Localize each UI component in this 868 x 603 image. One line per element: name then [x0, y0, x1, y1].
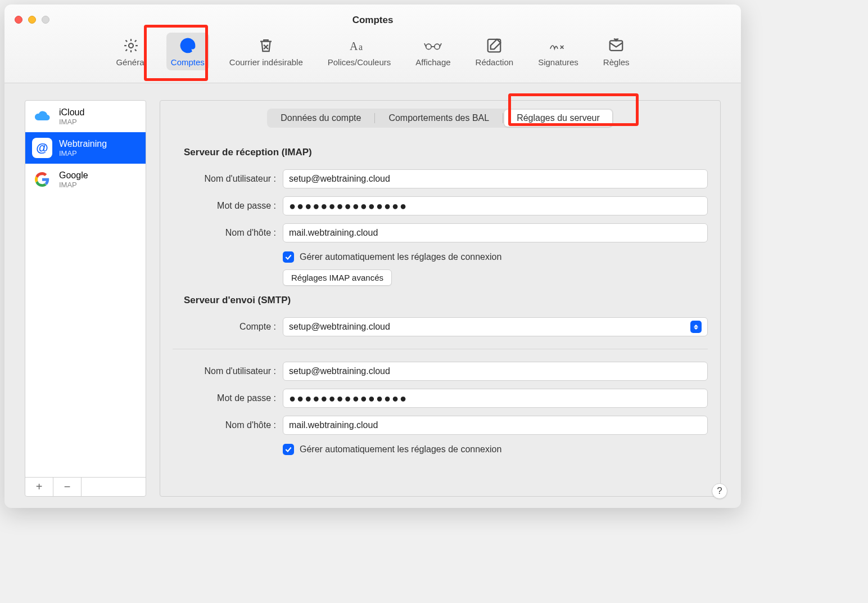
outgoing-auto-manage-row[interactable]: Gérer automatiquement les réglages de co… — [283, 444, 708, 455]
select-arrows-icon — [690, 321, 702, 333]
at-sign-icon: @ — [32, 138, 52, 158]
outgoing-account-row: Compte : setup@webtraining.cloud — [173, 317, 708, 336]
incoming-auto-manage-row[interactable]: Gérer automatiquement les réglages de co… — [283, 251, 708, 263]
help-button[interactable]: ? — [712, 483, 727, 499]
outgoing-password-row: Mot de passe : ●●●●●●●●●●●●●●● — [173, 389, 708, 408]
toolbar-item-label: Polices/Couleurs — [328, 57, 391, 67]
toolbar-item-rules[interactable]: Règles — [599, 33, 634, 70]
at-sign-icon — [178, 36, 197, 55]
add-account-button[interactable]: + — [25, 478, 53, 496]
svg-text:A: A — [350, 40, 358, 52]
outgoing-account-label: Compte : — [173, 322, 276, 332]
compose-icon — [485, 36, 504, 55]
outgoing-username-label: Nom d'utilisateur : — [173, 366, 276, 376]
account-name: Google — [59, 170, 88, 181]
outgoing-account-value: setup@webtraining.cloud — [289, 322, 390, 332]
account-protocol: IMAP — [59, 181, 88, 189]
svg-point-0 — [129, 43, 133, 48]
tab-server-settings[interactable]: Réglages du serveur — [504, 110, 612, 127]
toolbar-item-accounts[interactable]: Comptes — [166, 33, 209, 70]
incoming-section-title: Serveur de réception (IMAP) — [184, 147, 708, 158]
main-panel: Données du compte Comportements des BAL … — [160, 100, 721, 497]
advanced-imap-button[interactable]: Réglages IMAP avancés — [283, 269, 392, 286]
outgoing-host-row: Nom d'hôte : mail.webtraining.cloud — [173, 416, 708, 435]
toolbar-item-label: Général — [116, 57, 146, 67]
checkbox-checked-icon — [283, 251, 294, 263]
signature-icon — [549, 36, 568, 55]
outgoing-account-select[interactable]: setup@webtraining.cloud — [283, 317, 708, 336]
outgoing-auto-manage-label: Gérer automatiquement les réglages de co… — [300, 444, 501, 454]
font-icon: Aa — [350, 36, 369, 55]
outgoing-section-title: Serveur d'envoi (SMTP) — [184, 295, 708, 306]
incoming-username-label: Nom d'utilisateur : — [173, 174, 276, 184]
outgoing-password-label: Mot de passe : — [173, 393, 276, 403]
titlebar: Comptes Général Comptes Courrier indésir… — [4, 4, 741, 83]
toolbar-item-label: Comptes — [171, 57, 205, 67]
content-area: iCloud IMAP @ Webtraining IMAP Google IM… — [25, 100, 721, 497]
incoming-host-row: Nom d'hôte : mail.webtraining.cloud — [173, 223, 708, 242]
icloud-icon — [32, 106, 52, 127]
account-protocol: IMAP — [59, 149, 107, 158]
toolbar-item-label: Règles — [603, 57, 630, 67]
toolbar-item-general[interactable]: Général — [111, 33, 150, 70]
toolbar: Général Comptes Courrier indésirable Aa … — [4, 33, 741, 70]
outgoing-password-input[interactable]: ●●●●●●●●●●●●●●● — [283, 389, 708, 408]
gear-icon — [121, 36, 141, 55]
svg-rect-9 — [610, 40, 623, 51]
account-name: Webtraining — [59, 139, 107, 149]
incoming-password-label: Mot de passe : — [173, 201, 276, 211]
glasses-icon — [423, 36, 442, 55]
toolbar-item-signatures[interactable]: Signatures — [534, 33, 583, 70]
incoming-host-label: Nom d'hôte : — [173, 228, 276, 238]
remove-account-button[interactable]: − — [53, 478, 82, 496]
toolbar-item-fonts[interactable]: Aa Polices/Couleurs — [323, 33, 396, 70]
outgoing-host-input[interactable]: mail.webtraining.cloud — [283, 416, 708, 435]
toolbar-item-composing[interactable]: Rédaction — [471, 33, 518, 70]
account-tabs: Données du compte Comportements des BAL … — [267, 109, 613, 128]
window-title: Comptes — [4, 15, 741, 26]
sidebar-item-google[interactable]: Google IMAP — [25, 164, 146, 195]
svg-point-6 — [426, 44, 431, 49]
tab-mailbox-behaviors[interactable]: Comportements des BAL — [376, 110, 501, 127]
preferences-window: Comptes Général Comptes Courrier indésir… — [4, 4, 741, 508]
outgoing-host-label: Nom d'hôte : — [173, 420, 276, 430]
incoming-auto-manage-label: Gérer automatiquement les réglages de co… — [300, 252, 501, 262]
tab-account-info[interactable]: Données du compte — [268, 110, 373, 127]
svg-point-7 — [435, 44, 440, 49]
rules-icon — [607, 36, 626, 55]
toolbar-item-label: Affichage — [415, 57, 450, 67]
account-name: iCloud — [59, 107, 84, 118]
outgoing-username-row: Nom d'utilisateur : setup@webtraining.cl… — [173, 362, 708, 381]
trash-icon — [256, 36, 275, 55]
incoming-password-row: Mot de passe : ●●●●●●●●●●●●●●● — [173, 196, 708, 215]
toolbar-item-label: Rédaction — [476, 57, 514, 67]
svg-text:a: a — [359, 42, 363, 52]
accounts-sidebar: iCloud IMAP @ Webtraining IMAP Google IM… — [25, 100, 146, 497]
incoming-host-input[interactable]: mail.webtraining.cloud — [283, 223, 708, 242]
checkbox-checked-icon — [283, 444, 294, 455]
outgoing-username-input[interactable]: setup@webtraining.cloud — [283, 362, 708, 381]
sidebar-item-icloud[interactable]: iCloud IMAP — [25, 101, 146, 132]
toolbar-item-junk[interactable]: Courrier indésirable — [225, 33, 308, 70]
toolbar-item-label: Signatures — [538, 57, 578, 67]
incoming-password-input[interactable]: ●●●●●●●●●●●●●●● — [283, 196, 708, 215]
sidebar-item-webtraining[interactable]: @ Webtraining IMAP — [25, 132, 146, 164]
toolbar-item-viewing[interactable]: Affichage — [411, 33, 455, 70]
incoming-username-row: Nom d'utilisateur : setup@webtraining.cl… — [173, 169, 708, 188]
incoming-username-input[interactable]: setup@webtraining.cloud — [283, 169, 708, 188]
divider — [173, 349, 708, 349]
google-icon — [32, 169, 52, 190]
toolbar-item-label: Courrier indésirable — [229, 57, 303, 67]
account-protocol: IMAP — [59, 118, 84, 126]
sidebar-footer: + − — [25, 477, 146, 496]
